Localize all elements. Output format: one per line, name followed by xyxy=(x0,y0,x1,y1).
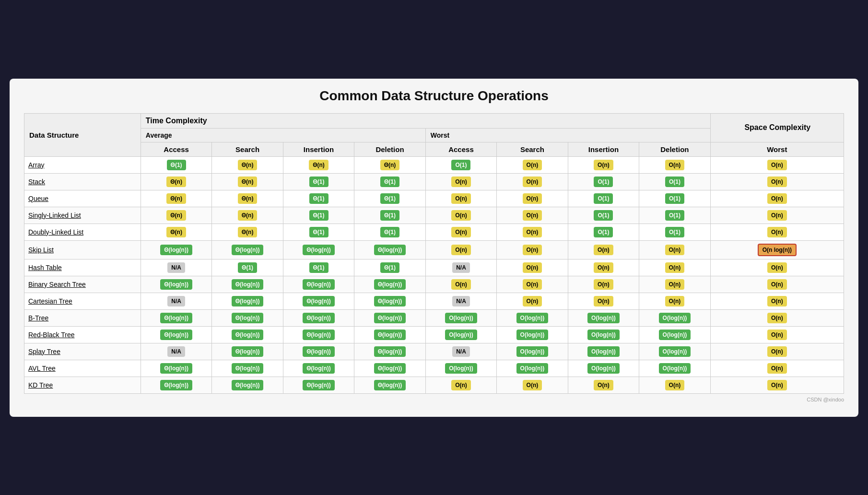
complexity-badge: N/A xyxy=(452,296,470,306)
ds-name-cell[interactable]: Stack xyxy=(24,173,141,190)
cell-avg_search: Θ(n) xyxy=(212,173,283,190)
cell-worst_insert: O(log(n)) xyxy=(568,309,639,326)
table-row: Hash TableN/AΘ(1)Θ(1)Θ(1)N/AO(n)O(n)O(n)… xyxy=(24,259,844,276)
cell-worst_delete: O(1) xyxy=(639,224,710,240)
cell-avg_delete: Θ(1) xyxy=(354,259,425,276)
cell-avg_access: Θ(log(n)) xyxy=(141,309,211,326)
cell-avg_insert: Θ(log(n)) xyxy=(283,276,354,293)
complexity-badge: O(n) xyxy=(767,177,787,187)
complexity-badge: O(log(n)) xyxy=(516,363,549,374)
complexity-badge: Θ(log(n)) xyxy=(232,380,264,390)
complexity-badge: O(1) xyxy=(665,177,684,187)
ds-name-link[interactable]: Stack xyxy=(28,178,45,186)
cell-space: O(n) xyxy=(710,309,844,326)
table-row: Singly-Linked ListΘ(n)Θ(n)Θ(1)Θ(1)O(n)O(… xyxy=(24,207,844,224)
cell-worst_delete: O(1) xyxy=(639,173,710,190)
complexity-badge: Θ(log(n)) xyxy=(303,363,335,374)
complexity-badge: Θ(log(n)) xyxy=(232,279,264,290)
ds-name-link[interactable]: Queue xyxy=(28,195,48,202)
cell-avg_search: Θ(n) xyxy=(212,190,283,207)
cell-worst_search: O(n) xyxy=(497,156,568,173)
cell-worst_insert: O(n) xyxy=(568,377,639,393)
cell-worst_insert: O(n) xyxy=(568,156,639,173)
ds-name-link[interactable]: B-Tree xyxy=(28,314,48,322)
ds-name-cell[interactable]: Skip List xyxy=(24,240,141,259)
ds-name-cell[interactable]: Doubly-Linked List xyxy=(24,224,141,240)
complexity-badge: O(n) xyxy=(523,227,542,237)
table-row: Cartesian TreeN/AΘ(log(n))Θ(log(n))Θ(log… xyxy=(24,293,844,309)
complexity-badge: Θ(1) xyxy=(309,262,328,273)
table-row: AVL TreeΘ(log(n))Θ(log(n))Θ(log(n))Θ(log… xyxy=(24,360,844,377)
ds-name-link[interactable]: KD Tree xyxy=(28,381,53,389)
cell-worst_access: O(n) xyxy=(425,377,496,393)
ds-name-link[interactable]: AVL Tree xyxy=(28,365,56,372)
table-row: StackΘ(n)Θ(n)Θ(1)Θ(1)O(n)O(n)O(1)O(1)O(n… xyxy=(24,173,844,190)
cell-worst_access: O(log(n)) xyxy=(425,309,496,326)
complexity-badge: Θ(log(n)) xyxy=(303,330,335,340)
cell-space: O(n) xyxy=(710,190,844,207)
cell-worst_insert: O(n) xyxy=(568,293,639,309)
ds-name-cell[interactable]: Array xyxy=(24,156,141,173)
cell-worst_insert: O(n) xyxy=(568,259,639,276)
ds-name-link[interactable]: Singly-Linked List xyxy=(28,212,81,219)
cell-avg_access: N/A xyxy=(141,259,211,276)
complexity-badge: O(log(n)) xyxy=(587,363,620,374)
cell-avg_access: Θ(log(n)) xyxy=(141,377,211,393)
complexity-badge: O(n) xyxy=(451,193,471,204)
ds-name-link[interactable]: Array xyxy=(28,161,44,169)
complexity-badge: Θ(log(n)) xyxy=(374,380,406,390)
complexity-badge: Θ(n) xyxy=(238,210,258,221)
cell-avg_delete: Θ(1) xyxy=(354,224,425,240)
footer-credit: CSDN @xindoo xyxy=(24,397,844,402)
complexity-badge: Θ(log(n)) xyxy=(374,279,406,290)
cell-space: O(n) xyxy=(710,343,844,360)
ds-name-link[interactable]: Splay Tree xyxy=(28,348,60,355)
cell-worst_delete: O(log(n)) xyxy=(639,343,710,360)
cell-avg_delete: Θ(log(n)) xyxy=(354,240,425,259)
complexity-badge: O(n) xyxy=(767,160,787,170)
cell-avg_search: Θ(log(n)) xyxy=(212,240,283,259)
complexity-badge: O(n) xyxy=(767,346,787,357)
complexity-badge: O(n) xyxy=(767,313,787,323)
ds-name-cell[interactable]: AVL Tree xyxy=(24,360,141,377)
ds-name-cell[interactable]: Hash Table xyxy=(24,259,141,276)
complexity-badge: O(1) xyxy=(451,160,470,170)
ds-name-cell[interactable]: B-Tree xyxy=(24,309,141,326)
cell-worst_delete: O(n) xyxy=(639,293,710,309)
cell-worst_access: O(n) xyxy=(425,190,496,207)
cell-worst_access: O(n) xyxy=(425,207,496,224)
ds-name-link[interactable]: Hash Table xyxy=(28,264,62,271)
header-avg-insertion: Insertion xyxy=(283,142,354,156)
ds-name-link[interactable]: Binary Search Tree xyxy=(28,281,86,288)
cell-avg_access: Θ(1) xyxy=(141,156,211,173)
ds-name-link[interactable]: Cartesian Tree xyxy=(28,297,72,305)
complexity-badge: Θ(1) xyxy=(380,177,399,187)
ds-name-cell[interactable]: Singly-Linked List xyxy=(24,207,141,224)
complexity-badge: O(n) xyxy=(594,262,613,273)
cell-worst_search: O(log(n)) xyxy=(497,309,568,326)
table-row: Skip ListΘ(log(n))Θ(log(n))Θ(log(n))Θ(lo… xyxy=(24,240,844,259)
ds-name-link[interactable]: Doubly-Linked List xyxy=(28,228,83,236)
cell-space: O(n) xyxy=(710,360,844,377)
complexity-badge: O(n) xyxy=(665,160,685,170)
complexity-badge: O(n) xyxy=(594,160,613,170)
complexity-badge: O(n) xyxy=(523,245,542,255)
ds-name-cell[interactable]: Binary Search Tree xyxy=(24,276,141,293)
cell-worst_delete: O(1) xyxy=(639,207,710,224)
cell-avg_access: N/A xyxy=(141,343,211,360)
complexity-badge: O(log(n)) xyxy=(587,330,620,340)
complexity-badge: O(n log(n)) xyxy=(758,244,797,256)
complexity-badge: Θ(log(n)) xyxy=(160,380,192,390)
ds-name-cell[interactable]: KD Tree xyxy=(24,377,141,393)
ds-name-cell[interactable]: Queue xyxy=(24,190,141,207)
ds-name-cell[interactable]: Splay Tree xyxy=(24,343,141,360)
ds-name-link[interactable]: Skip List xyxy=(28,246,54,254)
complexity-badge: Θ(log(n)) xyxy=(374,330,406,340)
table-row: Splay TreeN/AΘ(log(n))Θ(log(n))Θ(log(n))… xyxy=(24,343,844,360)
ds-name-cell[interactable]: Cartesian Tree xyxy=(24,293,141,309)
complexity-badge: O(1) xyxy=(594,193,613,204)
ds-name-cell[interactable]: Red-Black Tree xyxy=(24,326,141,343)
cell-avg_search: Θ(log(n)) xyxy=(212,343,283,360)
ds-name-link[interactable]: Red-Black Tree xyxy=(28,331,74,339)
cell-avg_insert: Θ(1) xyxy=(283,259,354,276)
